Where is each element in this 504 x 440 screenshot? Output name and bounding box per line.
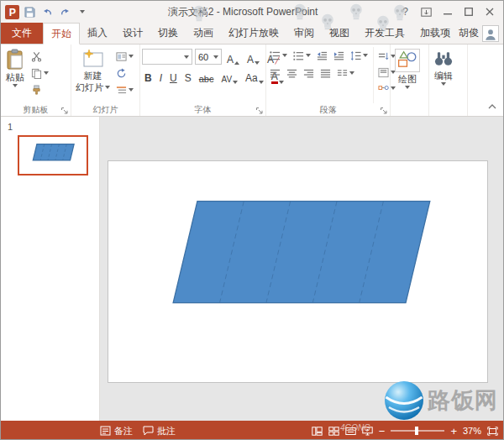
- redo-button[interactable]: [56, 3, 73, 20]
- chevron-down-icon: [233, 81, 238, 84]
- parallelogram-shape[interactable]: [108, 161, 487, 382]
- tab-review[interactable]: 审阅: [286, 23, 322, 44]
- slide-sorter-button[interactable]: [328, 427, 339, 436]
- chevron-up-icon: [488, 104, 496, 109]
- numbered-list-icon: [293, 50, 304, 61]
- align-left-button[interactable]: [268, 66, 282, 80]
- text-shadow-button[interactable]: S: [182, 69, 194, 84]
- reset-slide-button[interactable]: [114, 66, 135, 80]
- align-center-button[interactable]: [285, 66, 299, 80]
- zoom-percentage[interactable]: 37%: [463, 426, 481, 436]
- dialog-launcher-icon: [255, 107, 264, 115]
- tab-insert[interactable]: 插入: [80, 23, 115, 44]
- decrease-indent-button[interactable]: [315, 49, 329, 62]
- collapse-ribbon-button[interactable]: [486, 97, 498, 113]
- minimize-icon: [444, 8, 452, 16]
- align-left-icon: [270, 68, 281, 79]
- line-spacing-button[interactable]: [349, 49, 370, 62]
- zoom-slider[interactable]: [391, 430, 444, 432]
- tab-file[interactable]: 文件: [1, 23, 43, 44]
- ribbon: 粘贴 剪贴板: [1, 45, 503, 117]
- main-area: 1: [1, 117, 503, 421]
- paste-button[interactable]: 粘贴: [3, 47, 28, 103]
- align-text-icon: [378, 67, 389, 78]
- italic-button[interactable]: I: [157, 69, 165, 84]
- outdent-icon: [317, 50, 328, 61]
- character-spacing-button[interactable]: AV: [218, 69, 240, 84]
- save-button[interactable]: [21, 3, 38, 20]
- status-bar: 备注 批注 − + 37%: [1, 421, 503, 440]
- chevron-down-icon: [259, 81, 264, 84]
- help-button[interactable]: ?: [395, 3, 416, 21]
- tab-animations[interactable]: 动画: [186, 23, 221, 44]
- align-right-button[interactable]: [302, 66, 316, 80]
- tab-view[interactable]: 视图: [322, 23, 357, 44]
- zoom-in-button[interactable]: +: [450, 426, 457, 437]
- zoom-out-button[interactable]: −: [379, 426, 386, 437]
- copy-button[interactable]: [29, 66, 50, 80]
- slide-layout-button[interactable]: [114, 50, 135, 63]
- justify-button[interactable]: [318, 66, 333, 80]
- close-button[interactable]: [479, 3, 500, 21]
- paragraph-dialog-launcher[interactable]: [379, 105, 388, 114]
- smartart-icon: [378, 83, 389, 94]
- font-dialog-launcher[interactable]: [255, 105, 264, 114]
- normal-view-button[interactable]: [312, 427, 323, 436]
- section-button[interactable]: [114, 83, 135, 97]
- editing-group: 编辑: [429, 45, 468, 116]
- qat-customize-dropdown[interactable]: [74, 3, 91, 20]
- columns-button[interactable]: [335, 66, 356, 80]
- tab-addins[interactable]: 加载项: [412, 23, 458, 44]
- scissors-icon: [31, 51, 42, 62]
- slide-canvas[interactable]: [108, 160, 488, 383]
- slide-thumbnails-panel: 1: [1, 117, 100, 421]
- format-painter-button[interactable]: [29, 83, 50, 97]
- drawing-group: 绘图: [391, 45, 429, 116]
- decrease-font-size-button[interactable]: A: [244, 50, 262, 65]
- change-case-button[interactable]: Aa: [243, 69, 266, 84]
- bold-button[interactable]: B: [142, 69, 155, 84]
- tab-design[interactable]: 设计: [115, 23, 150, 44]
- justify-icon: [320, 68, 331, 79]
- increase-font-size-button[interactable]: A: [224, 50, 242, 65]
- chevron-down-icon: [13, 84, 18, 87]
- copy-icon: [31, 68, 42, 79]
- undo-button[interactable]: [39, 3, 55, 20]
- notes-button[interactable]: 备注: [100, 425, 133, 437]
- user-account[interactable]: 胡俊: [459, 23, 499, 44]
- tab-slideshow[interactable]: 幻灯片放映: [221, 23, 286, 44]
- fit-slide-button[interactable]: [487, 427, 498, 436]
- tab-home[interactable]: 开始: [43, 23, 80, 45]
- minimize-button[interactable]: [437, 3, 458, 21]
- maximize-button[interactable]: [458, 3, 479, 21]
- slide-thumbnail[interactable]: [18, 135, 88, 175]
- powerpoint-logo-icon[interactable]: P: [4, 4, 19, 19]
- columns-icon: [337, 68, 348, 79]
- tab-transitions[interactable]: 切换: [150, 23, 186, 44]
- new-slide-button[interactable]: 新建 幻灯片: [73, 47, 113, 103]
- reading-view-button[interactable]: [345, 427, 356, 436]
- notes-icon: [100, 426, 111, 436]
- triangle-up-icon: [234, 61, 239, 65]
- clipboard-dialog-launcher[interactable]: [60, 105, 69, 114]
- bullets-button[interactable]: [268, 49, 289, 62]
- font-size-select[interactable]: 60: [195, 49, 222, 65]
- comments-button[interactable]: 批注: [143, 425, 176, 437]
- chevron-down-icon: [363, 54, 368, 57]
- numbering-button[interactable]: [291, 49, 312, 62]
- font-group-label: 字体: [140, 105, 265, 115]
- underline-button[interactable]: U: [167, 69, 180, 84]
- cut-button[interactable]: [29, 50, 50, 63]
- ribbon-display-options-button[interactable]: [416, 3, 437, 21]
- increase-indent-button[interactable]: [332, 49, 346, 62]
- editing-button[interactable]: 编辑: [431, 47, 456, 103]
- close-icon: [486, 8, 494, 16]
- tab-developer[interactable]: 开发工具: [357, 23, 412, 44]
- zoom-slider-thumb[interactable]: [415, 427, 418, 435]
- strikethrough-button[interactable]: abc: [197, 69, 217, 84]
- font-name-select[interactable]: [142, 49, 192, 65]
- window-title: 演示文稿2 - Microsoft PowerPoint: [92, 5, 393, 19]
- slideshow-button[interactable]: [362, 427, 373, 436]
- drawing-button[interactable]: 绘图: [392, 47, 423, 103]
- text-direction-icon: [378, 51, 389, 62]
